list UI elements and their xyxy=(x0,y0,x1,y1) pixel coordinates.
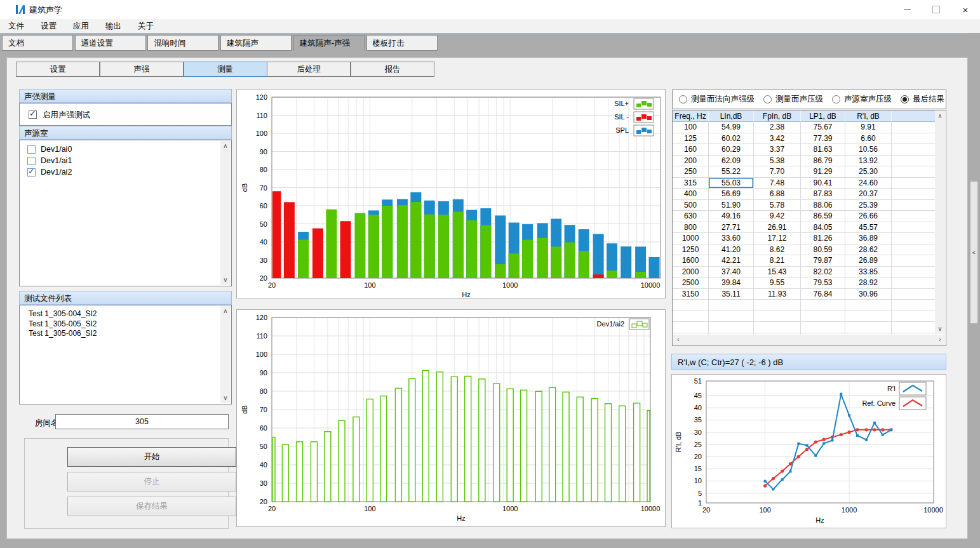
table-cell[interactable]: 56.69 xyxy=(709,189,754,200)
table-cell[interactable]: 400 xyxy=(673,189,709,200)
column-header-3[interactable]: LP1, dB xyxy=(801,110,845,122)
column-header-4[interactable]: R'I, dB xyxy=(845,110,892,122)
table-cell[interactable] xyxy=(892,267,936,278)
toolbar-button-0[interactable]: 设置 xyxy=(16,62,100,77)
table-cell[interactable] xyxy=(892,222,936,234)
horizontal-scrollbar[interactable]: ‹› xyxy=(673,335,945,345)
table-cell[interactable]: 37.40 xyxy=(709,267,754,278)
menu-item-0[interactable]: 文件 xyxy=(0,19,32,33)
table-cell[interactable] xyxy=(892,189,936,200)
table-cell[interactable]: 315 xyxy=(673,178,709,189)
table-cell[interactable] xyxy=(801,311,845,323)
scroll-right-icon[interactable]: › xyxy=(935,335,945,345)
table-cell[interactable]: 3.42 xyxy=(754,133,801,145)
table-cell[interactable] xyxy=(801,322,845,333)
table-cell[interactable] xyxy=(754,311,801,323)
test-file-item-1[interactable]: Test 1_305-005_SI2 xyxy=(20,319,231,330)
table-cell[interactable]: 30.96 xyxy=(845,289,892,300)
channel-item-1[interactable]: Dev1/ai1 xyxy=(20,155,231,166)
test-file-item-2[interactable]: Test 1_305-006_SI2 xyxy=(20,329,231,339)
tab-5[interactable]: 楼板打击 xyxy=(366,35,438,51)
table-cell[interactable] xyxy=(892,244,936,256)
table-cell[interactable] xyxy=(892,233,936,244)
table-cell[interactable]: 81.63 xyxy=(801,144,845,156)
channel-checkbox-0[interactable] xyxy=(27,145,36,154)
table-cell[interactable]: 45.57 xyxy=(845,222,892,234)
table-cell[interactable] xyxy=(709,311,754,323)
table-cell[interactable]: 39.84 xyxy=(709,277,754,289)
table-cell[interactable]: 60.02 xyxy=(709,133,754,145)
table-cell[interactable]: 1000 xyxy=(673,233,709,244)
table-cell[interactable] xyxy=(845,322,892,333)
table-cell[interactable]: 80.59 xyxy=(801,244,845,256)
table-cell[interactable]: 7.48 xyxy=(754,178,801,189)
save-results-button[interactable]: 保存结果 xyxy=(67,497,236,516)
table-cell[interactable]: 1600 xyxy=(673,255,709,267)
test-file-item-0[interactable]: Test 1_305-004_SI2 xyxy=(20,309,231,319)
table-cell[interactable]: 630 xyxy=(673,211,709,222)
table-cell[interactable]: 75.67 xyxy=(801,122,845,133)
maximize-button[interactable] xyxy=(922,0,951,19)
table-cell[interactable] xyxy=(892,156,936,167)
scroll-down-icon[interactable]: ∨ xyxy=(220,275,231,285)
table-cell[interactable] xyxy=(673,322,709,333)
table-cell[interactable]: 26.66 xyxy=(845,211,892,222)
table-cell[interactable]: 81.26 xyxy=(801,233,845,244)
table-cell[interactable] xyxy=(845,311,892,323)
column-header-1[interactable]: LIn,dB xyxy=(709,110,754,122)
table-cell[interactable]: 88.06 xyxy=(801,200,845,211)
channel-item-2[interactable]: ✓Dev1/ai2 xyxy=(20,166,231,178)
table-cell[interactable] xyxy=(892,166,936,178)
table-cell[interactable]: 3.37 xyxy=(754,144,801,156)
table-cell[interactable]: 49.16 xyxy=(709,211,754,222)
table-cell[interactable]: 26.89 xyxy=(845,255,892,267)
table-cell[interactable]: 84.05 xyxy=(801,222,845,234)
table-cell[interactable] xyxy=(801,300,845,311)
table-cell[interactable] xyxy=(754,322,801,333)
scroll-up-icon[interactable]: ∧ xyxy=(220,306,231,316)
table-cell[interactable]: 25.30 xyxy=(845,166,892,178)
table-cell[interactable]: 82.02 xyxy=(801,267,845,278)
enable-intensity-checkbox[interactable]: ✓ xyxy=(29,110,37,119)
tab-3[interactable]: 建筑隔声 xyxy=(220,35,292,51)
column-header-0[interactable]: Freq., Hz xyxy=(673,110,709,122)
table-cell[interactable] xyxy=(673,300,709,311)
table-cell[interactable]: 51.90 xyxy=(709,200,754,211)
table-cell[interactable]: 2.38 xyxy=(754,122,801,133)
toolbar-button-3[interactable]: 后处理 xyxy=(267,62,351,77)
table-cell[interactable]: 33.60 xyxy=(709,233,754,244)
tab-4[interactable]: 建筑隔声-声强 xyxy=(293,35,365,51)
vertical-scrollbar[interactable]: ∧∨ xyxy=(220,141,231,285)
table-cell[interactable]: 77.39 xyxy=(801,133,845,145)
table-cell[interactable]: 8.21 xyxy=(754,255,801,267)
table-cell[interactable]: 55.03 xyxy=(709,178,754,189)
table-cell[interactable]: 5.78 xyxy=(754,200,801,211)
table-cell[interactable]: 62.09 xyxy=(709,156,754,167)
table-cell[interactable] xyxy=(709,322,754,333)
table-cell[interactable] xyxy=(892,178,936,189)
collapse-panel-button[interactable]: < xyxy=(970,181,978,324)
table-cell[interactable]: 3150 xyxy=(673,289,709,300)
table-cell[interactable] xyxy=(892,322,936,333)
table-cell[interactable]: 33.85 xyxy=(845,267,892,278)
table-cell[interactable] xyxy=(892,311,936,323)
table-cell[interactable]: 2000 xyxy=(673,267,709,278)
table-cell[interactable] xyxy=(673,311,709,323)
table-cell[interactable] xyxy=(892,122,936,133)
vertical-scrollbar[interactable]: ∧∨ xyxy=(935,111,945,334)
table-cell[interactable] xyxy=(892,300,936,311)
room-name-input[interactable] xyxy=(55,414,229,429)
table-cell[interactable]: 8.62 xyxy=(754,244,801,256)
table-cell[interactable]: 100 xyxy=(673,122,709,133)
toolbar-button-4[interactable]: 报告 xyxy=(351,62,434,77)
table-cell[interactable]: 42.21 xyxy=(709,255,754,267)
channel-checkbox-1[interactable] xyxy=(27,157,36,165)
table-cell[interactable] xyxy=(892,144,936,156)
radio-3[interactable] xyxy=(901,95,909,104)
menu-item-4[interactable]: 关于 xyxy=(130,19,162,33)
table-cell[interactable]: 9.42 xyxy=(754,211,801,222)
table-cell[interactable]: 1250 xyxy=(673,244,709,256)
table-cell[interactable] xyxy=(892,133,936,145)
table-cell[interactable]: 79.87 xyxy=(801,255,845,267)
table-cell[interactable] xyxy=(892,289,936,300)
